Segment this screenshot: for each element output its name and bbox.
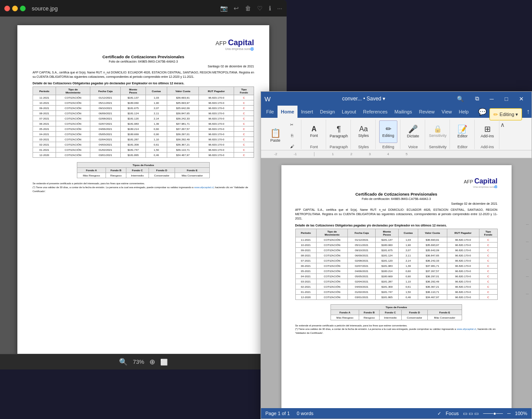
- tab-review[interactable]: Review: [416, 106, 438, 118]
- camera-icon[interactable]: 📷: [220, 5, 228, 12]
- table-cell: $36.367,21: [418, 284, 447, 289]
- clipboard-group: 📋 Paste ✂ ⎘ 🖌 Clipboard: [264, 120, 301, 149]
- paste-button[interactable]: 📋 Paste: [266, 124, 284, 147]
- table-cell: 03/01/2021: [348, 294, 376, 299]
- cut-button[interactable]: ✂: [285, 120, 298, 130]
- table-cell: 2,14: [398, 258, 418, 263]
- w-footer-link[interactable]: www.afpcapital.cl: [457, 328, 476, 330]
- table-cell: 1,90: [145, 100, 167, 106]
- table-row: 10-2021COTIZACIÓN05/11/2021$180.0601,90$…: [33, 100, 254, 106]
- table-cell: 1,39: [145, 121, 167, 126]
- tab-home[interactable]: Home: [278, 106, 298, 118]
- sensitivity-button[interactable]: 🔒 Sensitivity: [429, 120, 447, 143]
- table-cell: C: [479, 237, 497, 242]
- table-cell: 01/02/2021: [90, 147, 121, 153]
- info-icon[interactable]: ℹ: [269, 5, 271, 12]
- w-th-rut: RUT Pagador: [447, 229, 479, 237]
- w-fondo-d-v: Conservador: [401, 315, 427, 320]
- maximize-dot[interactable]: [20, 6, 26, 11]
- w-fondo-e-v: Más Conservador: [427, 315, 462, 320]
- table-cell: 02/04/2021: [348, 279, 376, 284]
- w-fondo-e: Fondo E: [427, 309, 462, 315]
- fondo-c-val: Intermedio: [126, 173, 149, 178]
- delete-icon[interactable]: 🗑: [245, 5, 251, 12]
- table-cell: $37.267,57: [167, 126, 199, 132]
- zoom-out-btn[interactable]: ─: [507, 411, 511, 416]
- table-cell: $37.267,57: [418, 268, 447, 273]
- editor-icons: 📝 Editor: [453, 120, 472, 144]
- table-cell: 96.820.170-0: [199, 126, 234, 132]
- table-cell: $181.124: [121, 111, 146, 116]
- fit-icon[interactable]: ⬜: [160, 359, 168, 366]
- table-cell: $180.214: [121, 126, 146, 132]
- tab-file[interactable]: File: [263, 106, 278, 118]
- word-count: 0 words: [297, 411, 314, 416]
- table-cell: C: [234, 95, 254, 100]
- table-cell: $181.747: [376, 289, 399, 294]
- editor-icon: 📝: [458, 125, 467, 133]
- table-cell: $180.060: [121, 100, 146, 106]
- dictate-button[interactable]: 🎤 Dictate: [404, 120, 422, 143]
- table-cell: 05/05/2021: [90, 132, 121, 137]
- share-icon[interactable]: ↑: [526, 108, 530, 116]
- iv-document-area: AFP Capital Una empresa sura🌀 Certificad…: [0, 17, 287, 354]
- table-cell: 96.820.170-0: [447, 258, 479, 263]
- addins-button[interactable]: ⊞ Add-ins: [478, 120, 496, 143]
- rotate-icon[interactable]: ↩: [234, 5, 239, 12]
- table-row: 08-2021COTIZACIÓN06/09/2021$181.1242,11$…: [33, 111, 254, 116]
- table-cell: $36.847,65: [418, 253, 447, 258]
- word-document-area[interactable]: ───── AFP Capital Una empresa sura🌀 Cert…: [261, 158, 532, 408]
- tab-layout[interactable]: Layout: [338, 106, 360, 118]
- table-row: 08-2021COTIZACIÓN06/09/2021$181.1242,11$…: [295, 253, 497, 258]
- close-dot[interactable]: [4, 6, 10, 11]
- ruler-content: -2 -1 │ 1 2 3 4 5: [261, 150, 532, 158]
- editing-button[interactable]: ✏ Editing ▾: [489, 108, 522, 120]
- table-cell: 0,61: [398, 284, 418, 289]
- th-fecha: Fecha Caja: [90, 87, 121, 95]
- layout-icons: ▭ ▭ ▭: [463, 411, 479, 416]
- table-cell: 96.820.170-0: [199, 111, 234, 116]
- focus-btn[interactable]: Focus: [446, 411, 459, 416]
- favorite-icon[interactable]: ♡: [257, 5, 263, 12]
- zoom-level: 73%: [133, 359, 144, 365]
- tab-design[interactable]: Design: [317, 106, 338, 118]
- editor-button[interactable]: 📝 Editor: [453, 120, 472, 143]
- collapse-ribbon-icon[interactable]: ∧: [500, 121, 505, 128]
- font-button[interactable]: A Font: [305, 120, 323, 143]
- comment-icon[interactable]: 💬: [478, 108, 487, 116]
- table-cell: 1,10: [398, 279, 418, 284]
- tab-references[interactable]: References: [360, 106, 391, 118]
- editing-group-label: Editing: [382, 133, 394, 138]
- zoom-out-icon[interactable]: 🔍: [119, 358, 128, 366]
- statusbar-right: ✓ Focus ▭ ▭ ▭ ───●── ─ 100%: [437, 411, 527, 416]
- minimize-dot[interactable]: [12, 6, 18, 11]
- spellcheck-icon[interactable]: ✓: [437, 411, 441, 416]
- tab-mailings[interactable]: Mailings: [391, 106, 415, 118]
- table-cell: COTIZACIÓN: [56, 147, 90, 153]
- paragraph-button[interactable]: ¶ Paragraph: [330, 120, 348, 143]
- doc-logo: AFP Capital Una empresa sura🌀: [33, 38, 254, 51]
- iv-toolbar-icons: 📷 ↩ 🗑 ♡ ℹ ···: [220, 5, 282, 12]
- doc-footer: Se extiende el presente certificado a pe…: [33, 182, 254, 193]
- ruler-mark-1: 1: [332, 152, 334, 156]
- editing-group-button[interactable]: ✏ Editing: [379, 120, 397, 143]
- w-fondo-d: Fondo D: [401, 309, 427, 315]
- tab-view[interactable]: View: [438, 106, 456, 118]
- styles-button[interactable]: Aa Styles: [354, 120, 373, 143]
- table-cell: COTIZACIÓN: [316, 253, 348, 258]
- w-th-cuotas: Cuotas: [398, 229, 418, 237]
- footer-link[interactable]: www.afpcapital.cl: [194, 186, 213, 189]
- zoom-slider[interactable]: ───●──: [483, 411, 503, 416]
- tab-insert[interactable]: Insert: [297, 106, 317, 118]
- word-capital-text: Capital: [474, 177, 497, 185]
- table-cell: 1,90: [398, 242, 418, 247]
- more-icon[interactable]: ···: [277, 5, 282, 12]
- copy-button[interactable]: ⎘: [285, 130, 298, 141]
- tab-help[interactable]: Help: [455, 106, 472, 118]
- search-titlebar-icon[interactable]: 🔍: [457, 96, 464, 102]
- table-cell: C: [234, 137, 254, 142]
- table-cell: $36.242,33: [418, 258, 447, 263]
- table-cell: 01-2021: [295, 289, 316, 294]
- zoom-in-icon[interactable]: ⊕: [149, 358, 155, 366]
- table-cell: 96.820.170-0: [447, 273, 479, 279]
